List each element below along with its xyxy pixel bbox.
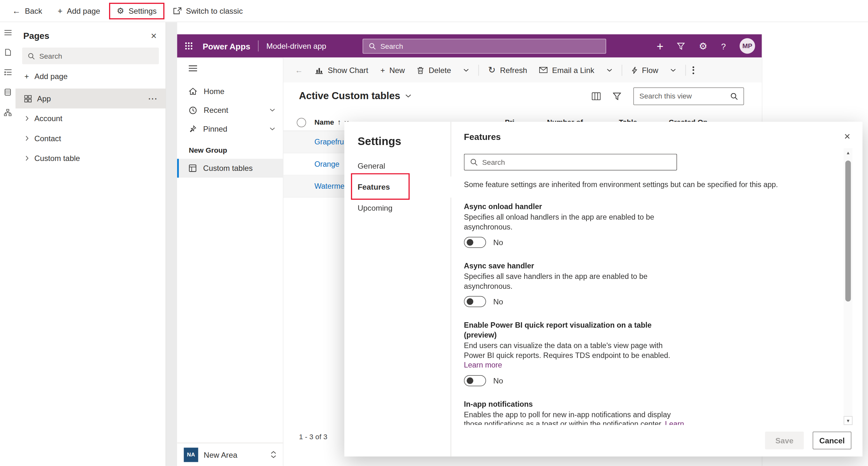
delete-label: Delete xyxy=(429,66,451,75)
add-page-label: Add page xyxy=(67,6,100,15)
nav-item-recent[interactable]: Recent xyxy=(177,101,283,120)
dialog-search-box[interactable] xyxy=(464,154,677,170)
nav-item-home[interactable]: Home xyxy=(177,82,283,101)
waffle-icon[interactable] xyxy=(177,42,199,50)
view-search-box[interactable] xyxy=(633,87,744,105)
plus-icon: + xyxy=(24,72,29,81)
back-button[interactable]: ← Back xyxy=(5,3,49,19)
pages-search-input[interactable] xyxy=(39,52,153,60)
search-icon xyxy=(369,43,376,50)
delete-split-chevron[interactable] xyxy=(458,65,474,75)
feature-section-async-onload: Async onload handler Specifies all onloa… xyxy=(464,202,684,248)
app-search-box[interactable] xyxy=(363,39,606,54)
email-link-button[interactable]: Email a Link xyxy=(534,62,599,78)
pages-item-contact[interactable]: Contact xyxy=(16,128,165,148)
row-name-link[interactable]: Grapefruit xyxy=(314,138,348,146)
pages-item-app[interactable]: App ··· xyxy=(16,89,165,108)
scroll-down-icon[interactable]: ▼ xyxy=(844,416,853,425)
gear-icon: ⚙ xyxy=(117,7,124,15)
dialog-title: Settings xyxy=(344,122,451,148)
command-divider xyxy=(478,64,479,75)
switch-to-classic-button[interactable]: Switch to classic xyxy=(166,3,249,19)
menu-icon[interactable] xyxy=(4,30,11,35)
toggle-switch[interactable] xyxy=(464,375,486,386)
settings-label: Settings xyxy=(128,6,157,15)
add-icon[interactable]: + xyxy=(657,40,663,52)
dialog-scroll-area: Some feature settings are inherited from… xyxy=(464,154,836,425)
settings-button[interactable]: ⚙ Settings xyxy=(109,3,164,19)
area-switcher[interactable]: NA New Area xyxy=(177,443,283,466)
feature-description: Enables the app to poll for new in-app n… xyxy=(464,410,684,425)
grid-back-button[interactable]: ← xyxy=(290,62,308,78)
more-options-icon[interactable]: ··· xyxy=(148,94,158,103)
nav-item-label: Recent xyxy=(204,106,228,115)
pages-icon[interactable] xyxy=(5,49,11,56)
pages-add-page-button[interactable]: + Add page xyxy=(16,64,165,88)
pages-panel: Pages × + Add page App ··· Account Conta… xyxy=(16,22,166,466)
settings-dialog: Settings General Features Upcoming Featu… xyxy=(344,122,863,457)
learn-more-link[interactable]: Learn more xyxy=(464,361,502,369)
chevron-down-icon xyxy=(670,68,676,71)
nav-hamburger-icon[interactable] xyxy=(177,58,283,82)
nav-item-pinned[interactable]: Pinned xyxy=(177,120,283,138)
chevron-down-icon[interactable] xyxy=(270,127,275,130)
pages-item-label: Contact xyxy=(34,134,61,143)
filter-icon[interactable] xyxy=(613,92,621,100)
toggle-switch[interactable] xyxy=(464,296,486,307)
dialog-intro-text: Some feature settings are inherited from… xyxy=(464,180,836,189)
app-search-input[interactable] xyxy=(380,42,600,51)
new-label: New xyxy=(390,66,405,75)
row-name-link[interactable]: Orange xyxy=(314,160,339,168)
scrollbar[interactable]: ▲ ▼ xyxy=(844,148,853,425)
chevron-down-icon[interactable] xyxy=(270,108,275,111)
sort-ascending-icon: ↑ xyxy=(337,118,341,126)
dialog-search-input[interactable] xyxy=(482,158,671,166)
toggle-knob xyxy=(467,239,473,246)
feature-title: In-app notifications xyxy=(464,399,684,409)
help-icon[interactable]: ? xyxy=(721,42,725,50)
settings-gear-icon[interactable]: ⚙ xyxy=(699,41,707,51)
close-icon[interactable]: × xyxy=(844,131,850,141)
app-icon xyxy=(24,95,32,102)
flow-split-chevron[interactable] xyxy=(665,65,681,75)
chevron-down-icon xyxy=(607,68,612,71)
delete-button[interactable]: Delete xyxy=(412,62,456,78)
filter-icon[interactable] xyxy=(677,42,685,50)
feature-description-text: End users can visualize the data on a ta… xyxy=(464,341,670,359)
avatar[interactable]: MP xyxy=(740,38,755,54)
show-chart-button[interactable]: Show Chart xyxy=(310,62,373,78)
feature-title: Enable Power BI quick report visualizati… xyxy=(464,320,684,340)
pages-item-custom-table[interactable]: Custom table xyxy=(16,148,165,168)
view-search-input[interactable] xyxy=(639,92,726,100)
edit-columns-icon[interactable] xyxy=(592,92,601,100)
scrollbar-thumb[interactable] xyxy=(845,160,851,302)
dialog-nav-features[interactable]: Features xyxy=(344,176,452,198)
close-icon[interactable]: × xyxy=(151,31,157,41)
back-label: Back xyxy=(25,6,42,15)
flow-button[interactable]: Flow xyxy=(626,62,663,78)
select-all-checkbox[interactable] xyxy=(297,118,306,128)
pages-item-account[interactable]: Account xyxy=(16,108,165,128)
nav-item-custom-tables[interactable]: Custom tables xyxy=(177,159,283,177)
data-icon[interactable] xyxy=(4,89,11,96)
refresh-button[interactable]: ↻ Refresh xyxy=(483,62,532,79)
email-split-chevron[interactable] xyxy=(601,65,617,75)
toggle-switch[interactable] xyxy=(464,237,486,248)
add-page-button[interactable]: + Add page xyxy=(51,3,107,19)
brand-title: Power Apps xyxy=(203,41,250,51)
dialog-nav-general[interactable]: General xyxy=(344,156,451,176)
new-button[interactable]: + New xyxy=(375,62,410,78)
cancel-button[interactable]: Cancel xyxy=(812,432,851,450)
dialog-nav: Settings General Features Upcoming xyxy=(344,122,451,457)
view-selector[interactable]: Active Custom tables xyxy=(299,90,411,102)
navigation-tree-icon[interactable] xyxy=(4,69,11,75)
column-header-name[interactable]: Name ↑ xyxy=(314,118,348,126)
dialog-nav-upcoming[interactable]: Upcoming xyxy=(344,198,451,219)
toggle-value: No xyxy=(493,238,503,247)
pages-search[interactable] xyxy=(22,47,159,64)
save-button[interactable]: Save xyxy=(765,432,804,450)
dialog-section-heading: Features xyxy=(464,132,501,142)
more-commands-icon[interactable] xyxy=(690,64,696,76)
scroll-up-icon[interactable]: ▲ xyxy=(844,148,853,157)
sitemap-icon[interactable] xyxy=(4,109,11,116)
